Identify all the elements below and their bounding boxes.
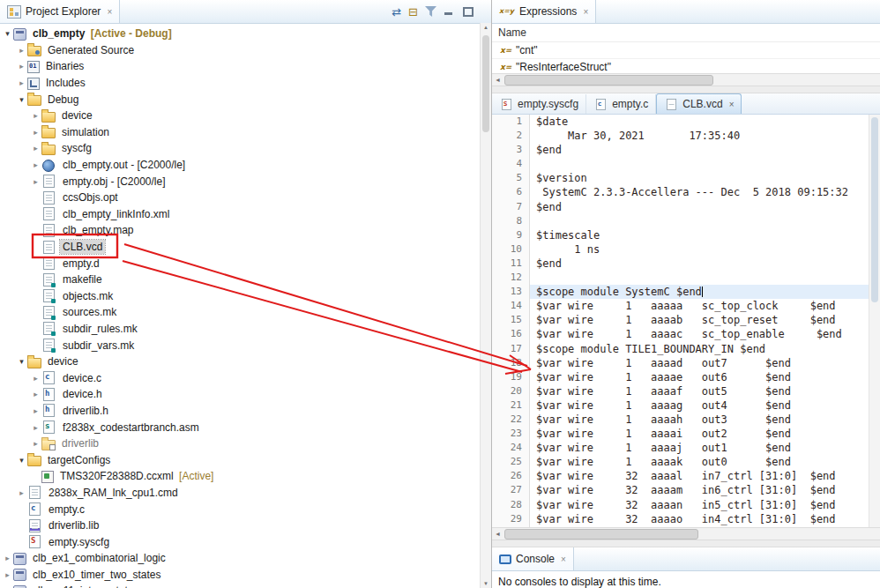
tab-console[interactable]: Console ×	[492, 547, 574, 570]
tree-item-ccsobjs-opt[interactable]: ccsObjs.opt	[0, 190, 491, 206]
expression-row[interactable]: x="cnt"	[492, 42, 880, 59]
tree-item-subdir-vars-mk[interactable]: subdir_vars.mk	[0, 337, 491, 354]
close-view-icon[interactable]: ×	[561, 555, 566, 564]
tree-item-includes[interactable]: ▸Includes	[0, 75, 491, 92]
expand-arrow-icon[interactable]: ▸	[30, 406, 41, 415]
collapse-arrow-icon[interactable]: ▾	[16, 456, 27, 465]
file-icon	[43, 224, 55, 237]
tree-item-f2838x-codestartbranch-asm[interactable]: ▸f2838x_codestartbranch.asm	[0, 419, 491, 435]
filter-icon[interactable]	[425, 6, 436, 17]
link-with-editor-icon[interactable]: ⇄	[392, 6, 401, 18]
tree-item-targetconfigs[interactable]: ▾targetConfigs	[0, 451, 491, 468]
tab-expressions[interactable]: Expressions ×	[492, 0, 596, 23]
tree-item-clb-empty[interactable]: ▾clb_empty [Active - Debug]	[0, 26, 491, 42]
scrollbar-thumb[interactable]	[504, 529, 698, 540]
expand-arrow-icon[interactable]: ▸	[30, 390, 41, 398]
tree-item-clb-empty-map[interactable]: clb_empty.map	[0, 222, 491, 239]
editor-area: empty.syscfgempty.cCLB.vcd× 1$date2 Mar …	[492, 93, 880, 540]
expand-arrow-icon[interactable]: ▸	[16, 78, 27, 87]
tree-item-clb-ex10-timer-two-states[interactable]: ▸clb_ex10_timer_two_states	[0, 567, 491, 584]
expand-arrow-icon[interactable]: ▸	[30, 144, 41, 153]
expand-arrow-icon[interactable]: ▸	[30, 374, 41, 383]
close-view-icon[interactable]: ×	[583, 7, 588, 17]
collapse-arrow-icon[interactable]: ▾	[16, 357, 27, 366]
expand-arrow-icon[interactable]: ▸	[2, 570, 13, 579]
tree-item-empty-c[interactable]: empty.c	[0, 501, 491, 517]
editor-line: 23$var wire 1 aaaai out2 $end	[492, 427, 880, 441]
editor-line: 4	[492, 157, 880, 171]
close-tab-icon[interactable]: ×	[729, 100, 735, 109]
expand-arrow-icon[interactable]: ▸	[16, 46, 27, 55]
expand-arrow-icon[interactable]: ▸	[30, 423, 41, 432]
scroll-down-icon[interactable]: ▼	[481, 581, 491, 586]
tree-item-device[interactable]: ▾device	[0, 354, 491, 370]
tree-item-clb-vcd[interactable]: CLB.vcd	[0, 239, 491, 256]
maximize-icon[interactable]	[462, 6, 474, 17]
scroll-up-icon[interactable]: ▲	[481, 25, 491, 30]
tree-item-device[interactable]: ▸device	[0, 108, 491, 124]
line-number: 16	[492, 327, 530, 341]
tree-item-driverlib-h[interactable]: ▸driverlib.h	[0, 403, 491, 420]
tree-item-2838x-ram-lnk-cpu1-cmd[interactable]: ▸2838x_RAM_lnk_cpu1.cmd	[0, 485, 491, 502]
tree-item-clb-ex11-interrupt-tag[interactable]: ▸clb_ex11_interrupt_tag	[0, 583, 491, 588]
tree-item-subdir-rules-mk[interactable]: subdir_rules.mk	[0, 321, 491, 338]
expand-arrow-icon[interactable]: ▸	[16, 62, 27, 71]
tree-item-driverlib[interactable]: ▸driverlib	[0, 435, 491, 452]
tree-item-label: Debug	[45, 93, 81, 107]
project-explorer-toolbar: ⇄⊟	[392, 6, 491, 18]
tree-item-clb-empty-out-c2000-le[interactable]: ▸clb_empty.out - [C2000/le]	[0, 157, 491, 174]
scroll-left-icon[interactable]: ◄	[492, 528, 503, 539]
tree-item-simulation[interactable]: ▸simulation	[0, 124, 491, 141]
minimize-icon[interactable]	[444, 6, 455, 17]
tree-item-empty-d[interactable]: empty.d	[0, 255, 491, 272]
tree-item-device-h[interactable]: ▸device.h	[0, 386, 491, 403]
tree-item-clb-empty-linkinfo-xml[interactable]: clb_empty_linkInfo.xml	[0, 206, 491, 223]
tree-item-debug[interactable]: ▾Debug	[0, 91, 491, 108]
expand-arrow-icon[interactable]: ▸	[30, 177, 41, 186]
editor-tab-empty-c[interactable]: empty.c	[586, 94, 656, 114]
expand-arrow-icon[interactable]: ▸	[16, 488, 27, 497]
sash-handle[interactable]	[492, 86, 880, 93]
tree-item-tms320f28388d-ccxml[interactable]: TMS320F28388D.ccxml [Active]	[0, 468, 491, 485]
folder-icon	[41, 112, 56, 123]
editor-hscrollbar[interactable]: ◄	[492, 527, 880, 540]
scrollbar-thumb[interactable]	[504, 75, 713, 86]
line-number: 21	[492, 398, 530, 413]
tree-item-makefile[interactable]: makefile	[0, 272, 491, 288]
editor-line: 6 SystemC 2.3.3-Accellera --- Dec 5 2018…	[492, 185, 880, 199]
tree-item-label: device.c	[60, 371, 104, 385]
tree-item-objects-mk[interactable]: objects.mk	[0, 288, 491, 305]
close-view-icon[interactable]: ×	[107, 7, 112, 17]
tree-item-device-c[interactable]: ▸device.c	[0, 369, 491, 386]
tree-item-empty-obj-c2000-le[interactable]: ▸empty.obj - [C2000/le]	[0, 173, 491, 190]
code-text: SystemC 2.3.3-Accellera --- Dec 5 2018 0…	[530, 185, 880, 199]
project-tree-scrollbar[interactable]: ▲ ▼	[480, 23, 491, 588]
tree-item-clb-ex1-combinatorial-logic[interactable]: ▸clb_ex1_combinatorial_logic	[0, 550, 491, 567]
scroll-left-icon[interactable]: ◄	[492, 74, 503, 85]
expand-arrow-icon[interactable]: ▸	[30, 160, 41, 169]
expand-arrow-icon[interactable]: ▸	[2, 554, 13, 562]
collapse-arrow-icon[interactable]: ▾	[2, 29, 13, 38]
editor-tab-empty-syscfg[interactable]: empty.syscfg	[492, 94, 586, 114]
expand-arrow-icon[interactable]: ▸	[30, 128, 41, 137]
tab-project-explorer[interactable]: Project Explorer ×	[0, 0, 120, 23]
scrollbar-thumb[interactable]	[482, 35, 489, 132]
tree-item-syscfg[interactable]: ▸syscfg	[0, 140, 491, 157]
editor-body[interactable]: 1$date2 Mar 30, 2021 17:35:403$end45$ver…	[492, 115, 880, 527]
expand-arrow-icon[interactable]: ▸	[30, 439, 41, 448]
expand-arrow-icon[interactable]: ▸	[30, 111, 41, 120]
tree-item-generated-source[interactable]: ▸Generated Source	[0, 42, 491, 59]
editor-tab-clb-vcd[interactable]: CLB.vcd×	[656, 93, 742, 114]
tree-item-empty-syscfg[interactable]: empty.syscfg	[0, 533, 491, 550]
tree-item-driverlib-lib[interactable]: driverlib.lib	[0, 517, 491, 534]
sash-handle[interactable]	[492, 540, 880, 547]
tree-item-binaries[interactable]: ▸Binaries	[0, 58, 491, 75]
tree-item-sources-mk[interactable]: sources.mk	[0, 304, 491, 321]
editor-vscrollbar[interactable]	[869, 115, 880, 527]
expressions-hscrollbar[interactable]: ◄	[492, 73, 880, 86]
collapse-all-icon[interactable]: ⊟	[408, 6, 418, 18]
line-number: 17	[492, 342, 530, 356]
collapse-arrow-icon[interactable]: ▾	[16, 95, 27, 104]
expressions-name-column-header[interactable]: Name	[492, 24, 880, 42]
scrollbar-thumb[interactable]	[871, 117, 878, 302]
